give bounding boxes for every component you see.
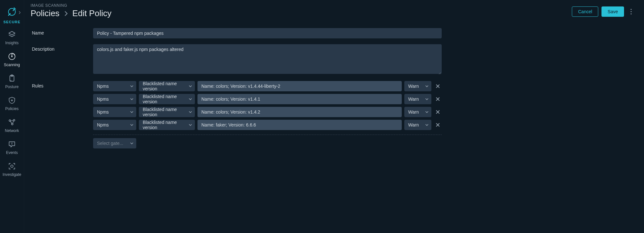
clipboard-icon — [8, 74, 16, 83]
cancel-button[interactable]: Cancel — [572, 6, 598, 17]
sidebar-item-posture[interactable]: Posture — [0, 74, 24, 89]
more-menu-button[interactable] — [627, 6, 635, 17]
radar-icon — [8, 52, 16, 61]
sidebar: SECURE Insights Scanning Posture — [0, 0, 24, 233]
header-actions: Cancel Save — [572, 3, 638, 17]
sysdig-logo-icon — [6, 5, 18, 17]
rule-action-select[interactable]: Warn — [404, 81, 431, 91]
chevron-down-icon — [425, 84, 429, 88]
rule-value-field[interactable]: Name: colors; Version: v1.4.2 — [197, 107, 402, 117]
rule-trigger-select[interactable]: Blacklisted name version — [139, 81, 195, 91]
rule-action-select[interactable]: Warn — [404, 120, 431, 130]
rule-trigger-select[interactable]: Blacklisted name version — [139, 107, 195, 117]
chevron-down-icon — [130, 123, 134, 127]
name-input[interactable] — [93, 28, 442, 38]
brand-name: SECURE — [3, 20, 20, 24]
rules-divider — [93, 135, 442, 135]
chevron-down-icon — [130, 97, 134, 101]
chevron-down-icon — [425, 123, 429, 127]
svg-point-8 — [12, 145, 12, 145]
layers-icon — [8, 30, 16, 39]
rule-action-select[interactable]: Warn — [404, 94, 431, 104]
rule-gate-select[interactable]: Npms — [93, 94, 136, 104]
sidebar-item-insights[interactable]: Insights — [0, 30, 24, 45]
rule-value-field[interactable]: Name: colors; Version: v1.4.44-liberty-2 — [197, 81, 402, 91]
rule-action-select[interactable]: Warn — [404, 107, 431, 117]
chevron-down-icon — [425, 110, 429, 114]
svg-point-2 — [11, 56, 13, 57]
chevron-down-icon — [188, 84, 192, 88]
sidebar-item-scanning[interactable]: Scanning — [0, 52, 24, 67]
sidebar-item-label: Scanning — [4, 63, 20, 67]
sidebar-item-policies[interactable]: Policies — [0, 96, 24, 111]
rule-trigger-value: Blacklisted name version — [143, 107, 185, 117]
shield-plus-icon — [8, 96, 16, 105]
sidebar-item-label: Investigate — [3, 172, 21, 177]
chevron-down-icon — [425, 97, 429, 101]
svg-point-9 — [11, 165, 13, 167]
sidebar-item-network[interactable]: Network — [0, 118, 24, 133]
save-button[interactable]: Save — [601, 6, 624, 17]
chevron-right-icon — [18, 11, 21, 14]
description-input[interactable] — [93, 44, 442, 74]
svg-point-6 — [13, 119, 15, 121]
name-label: Name — [32, 28, 93, 35]
sidebar-item-label: Insights — [5, 41, 18, 45]
rule-trigger-select[interactable]: Blacklisted name version — [139, 94, 195, 104]
sidebar-item-label: Posture — [5, 85, 18, 89]
chevron-down-icon — [130, 84, 134, 88]
more-vertical-icon — [630, 9, 632, 15]
rule-trigger-value: Blacklisted name version — [143, 81, 185, 91]
description-label: Description — [32, 44, 93, 52]
rule-remove-button[interactable] — [434, 82, 442, 90]
rule-remove-button[interactable] — [434, 95, 442, 103]
close-icon — [436, 123, 440, 127]
rule-trigger-select[interactable]: Blacklisted name version — [139, 120, 195, 130]
chevron-down-icon — [188, 97, 192, 101]
rule-action-value: Warn — [408, 109, 419, 115]
chat-alert-icon — [8, 140, 16, 148]
brand-logo[interactable] — [0, 5, 24, 18]
svg-point-10 — [630, 9, 631, 10]
page-header: IMAGE SCANNING Policies Edit Policy Canc… — [24, 0, 644, 18]
rules-label: Rules — [32, 81, 93, 88]
rule-row: Npms Blacklisted name version Name: fake… — [93, 120, 442, 130]
rule-action-value: Warn — [408, 122, 419, 127]
sidebar-item-events[interactable]: Events — [0, 140, 24, 155]
sidebar-item-investigate[interactable]: Investigate — [0, 162, 24, 177]
svg-point-5 — [9, 120, 11, 121]
rule-remove-button[interactable] — [434, 121, 442, 129]
svg-point-12 — [630, 13, 631, 14]
section-label: IMAGE SCANNING — [31, 3, 111, 8]
chevron-right-icon — [64, 11, 68, 16]
rule-gate-select[interactable]: Npms — [93, 81, 136, 91]
rule-value-field[interactable]: Name: faker; Version: 6.6.6 — [197, 120, 402, 130]
sidebar-item-label: Events — [6, 150, 18, 155]
breadcrumb-root[interactable]: Policies — [31, 8, 60, 18]
rule-action-value: Warn — [408, 84, 419, 89]
rule-action-value: Warn — [408, 96, 419, 102]
page-title: Edit Policy — [72, 8, 111, 18]
rule-trigger-value: Blacklisted name version — [143, 94, 185, 104]
rule-gate-value: Npms — [97, 122, 109, 127]
rule-trigger-value: Blacklisted name version — [143, 120, 185, 130]
focus-icon — [8, 162, 16, 170]
sidebar-item-label: Network — [5, 128, 19, 133]
svg-point-11 — [630, 11, 631, 12]
breadcrumb: Policies Edit Policy — [31, 8, 111, 18]
rule-value-field[interactable]: Name: colors; Version: v1.4.1 — [197, 94, 402, 104]
add-gate-select[interactable]: Select gate... — [93, 138, 136, 148]
chevron-down-icon — [130, 141, 134, 145]
rule-gate-value: Npms — [97, 84, 109, 89]
rule-gate-value: Npms — [97, 109, 109, 115]
rule-remove-button[interactable] — [434, 108, 442, 116]
network-icon — [8, 118, 16, 127]
add-rule-row: Select gate... — [93, 138, 442, 148]
svg-point-7 — [12, 123, 13, 125]
rule-gate-value: Npms — [97, 96, 109, 102]
rule-gate-select[interactable]: Npms — [93, 120, 136, 130]
chevron-down-icon — [130, 110, 134, 114]
rule-gate-select[interactable]: Npms — [93, 107, 136, 117]
close-icon — [436, 84, 440, 88]
rules-list: Npms Blacklisted name version Name: colo… — [93, 81, 442, 151]
